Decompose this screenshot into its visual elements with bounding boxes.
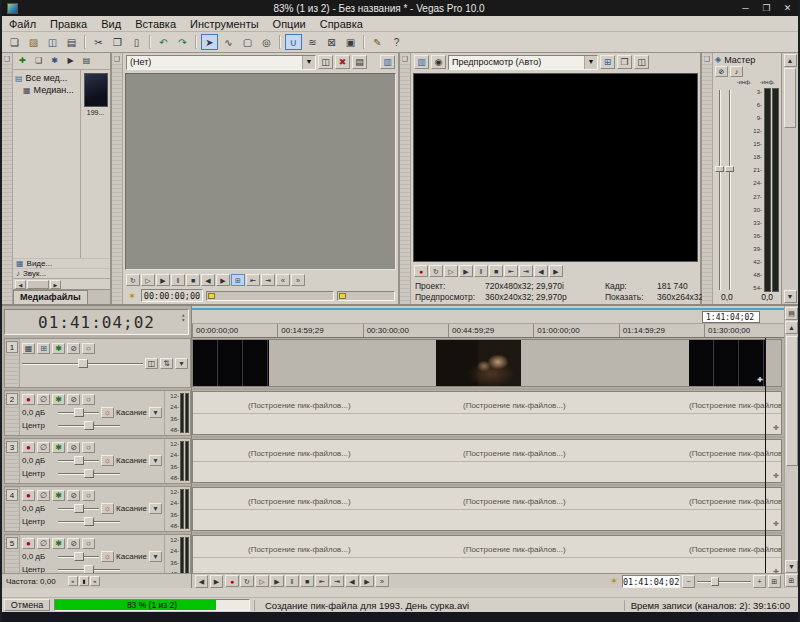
zoom-in-icon[interactable]: + xyxy=(753,575,766,588)
next-frame-button[interactable]: ▶ xyxy=(549,265,563,277)
master-dim-icon[interactable]: ♪ xyxy=(730,66,743,77)
make-parent-icon[interactable]: ⇅ xyxy=(160,358,173,369)
media-thumbnail[interactable] xyxy=(84,73,108,107)
external-monitor-icon[interactable]: ▥ xyxy=(380,55,395,69)
menu-insert[interactable]: Вставка xyxy=(128,17,183,31)
loop-playback-button[interactable]: ↻ xyxy=(429,265,443,277)
trimmer-panel-grip[interactable]: ❑ xyxy=(112,53,123,304)
trimmer-media-select[interactable]: (Нет) ▼ xyxy=(126,55,316,70)
arm-record-icon[interactable]: ● xyxy=(22,538,35,549)
mute-icon[interactable]: ⊘ xyxy=(67,490,80,501)
save-trimmer-media-icon[interactable]: ◫ xyxy=(318,55,333,69)
cut-icon[interactable]: ✂ xyxy=(90,34,107,50)
close-button[interactable]: ✕ xyxy=(777,0,798,16)
scrub-reverse-icon[interactable]: « xyxy=(68,576,78,586)
invert-phase-icon[interactable]: ∅ xyxy=(37,538,50,549)
save-project-icon[interactable]: ◫ xyxy=(44,34,61,50)
go-to-start-button[interactable]: ⇤ xyxy=(246,274,260,286)
cancel-button[interactable]: Отмена xyxy=(4,599,50,611)
playhead-cursor[interactable] xyxy=(765,338,766,573)
next-frame-button[interactable]: ▶ xyxy=(360,575,374,587)
go-to-end-button[interactable]: ⇥ xyxy=(519,265,533,277)
menu-view[interactable]: Вид xyxy=(94,17,128,31)
solo-icon[interactable]: ○ xyxy=(82,343,95,354)
master-panel-grip[interactable]: ❑ xyxy=(702,53,713,304)
track-fx-icon[interactable]: ✱ xyxy=(52,442,65,453)
preview-panel-grip[interactable]: ❑ xyxy=(400,53,411,304)
track-number[interactable]: 2 xyxy=(6,393,18,405)
step-forward-button[interactable]: » xyxy=(291,274,305,286)
pause-button[interactable]: ‖ xyxy=(474,265,488,277)
pan-slider[interactable] xyxy=(58,469,120,478)
media-tree-item-all[interactable]: ▤ Все мед... xyxy=(13,72,80,84)
event-fade-handle[interactable]: ✚ xyxy=(757,376,763,384)
scroll-left-icon[interactable]: ◀ xyxy=(15,280,26,289)
media-properties-icon[interactable]: ▤ xyxy=(352,55,367,69)
import-media-icon[interactable]: ✚ xyxy=(15,54,30,67)
menu-edit[interactable]: Правка xyxy=(43,17,94,31)
fast-forward-button[interactable]: » xyxy=(375,575,389,587)
marker-handle[interactable] xyxy=(339,293,346,299)
audio-event[interactable]: (Построение пик-файлов...) (Построение п… xyxy=(192,487,782,531)
timeline-vscrollbar[interactable]: ▤ ▲ ▼ ⊞ xyxy=(784,306,798,588)
stop-button[interactable]: ■ xyxy=(300,575,314,587)
record-button[interactable]: ● xyxy=(225,575,239,587)
volume-slider[interactable] xyxy=(58,552,99,561)
media-hscrollbar[interactable]: ◀ ▶ xyxy=(13,278,110,289)
master-fader-left[interactable] xyxy=(715,88,724,292)
volume-slider[interactable] xyxy=(58,408,99,417)
arm-record-icon[interactable]: ● xyxy=(22,394,35,405)
track-number[interactable]: 5 xyxy=(6,537,18,549)
slider-knob[interactable] xyxy=(74,456,84,465)
automation-mode-label[interactable]: Касание xyxy=(116,552,147,561)
mute-icon[interactable]: ⊘ xyxy=(67,538,80,549)
snapshot-icon[interactable]: ◉ xyxy=(431,55,446,69)
play-button[interactable]: ▶ xyxy=(459,265,473,277)
slider-knob[interactable] xyxy=(78,359,88,368)
scrub-control[interactable]: « ▮ » xyxy=(68,576,100,586)
multiview-button[interactable]: ⊞ xyxy=(231,274,245,286)
prev-frame-button[interactable]: ◀ xyxy=(345,575,359,587)
loop-playback-button[interactable]: ↻ xyxy=(126,274,140,286)
transport-timecode[interactable]: 01:41:04;02 xyxy=(622,575,680,588)
audio-track-header[interactable]: 2 ● ∅ ✱ ⊘ ○ 0,0 дБ ☼ Ка xyxy=(4,390,191,436)
grid-overlay-icon[interactable]: ⊞ xyxy=(600,55,615,69)
automation-settings-icon[interactable]: ☼ xyxy=(101,551,114,562)
automation-mode-label[interactable]: Касание xyxy=(116,456,147,465)
tab-media-files[interactable]: Медиафайлы xyxy=(13,290,88,304)
automation-settings-icon[interactable]: ☼ xyxy=(101,503,114,514)
scroll-right-icon[interactable]: ▶ xyxy=(50,280,61,289)
video-event[interactable]: ✚ xyxy=(192,339,782,387)
scroll-up-icon[interactable]: ▲ xyxy=(784,54,797,67)
go-to-start-button[interactable]: ⇤ xyxy=(504,265,518,277)
scrollbar-thumb[interactable] xyxy=(786,336,798,466)
slider-knob[interactable] xyxy=(74,504,84,513)
volume-slider[interactable] xyxy=(58,504,99,513)
timeline-scroll-left[interactable]: ◀ xyxy=(195,575,208,588)
audio-stream-row[interactable]: ♪ Звук... xyxy=(13,268,110,278)
time-ruler[interactable]: 00:00:00;0000:14:59;2900:30:00;0000:44:5… xyxy=(192,324,784,338)
audio-track-header[interactable]: 3 ● ∅ ✱ ⊘ ○ 0,0 дБ ☼ Ка xyxy=(4,438,191,484)
arm-record-icon[interactable]: ● xyxy=(22,442,35,453)
undo-icon[interactable]: ↶ xyxy=(155,34,172,50)
event-fade-handle[interactable]: ✚ xyxy=(773,520,779,528)
scroll-up-icon[interactable]: ▲ xyxy=(785,321,798,334)
new-project-icon[interactable]: ❏ xyxy=(6,34,23,50)
chevron-down-icon[interactable]: ▾ xyxy=(149,455,162,466)
scrollbar-thumb[interactable] xyxy=(27,280,49,289)
fader-handle[interactable] xyxy=(725,166,734,172)
slider-knob[interactable] xyxy=(74,408,84,417)
lamp-icon[interactable]: ✶ xyxy=(608,576,620,586)
video-stream-row[interactable]: ▦ Виде... xyxy=(13,258,110,268)
event-fade-handle[interactable]: ✚ xyxy=(773,472,779,480)
slider-knob[interactable] xyxy=(84,421,94,430)
scrub-forward-icon[interactable]: » xyxy=(90,576,100,586)
master-fader-right[interactable] xyxy=(725,88,734,292)
loop-playback-button[interactable]: ↻ xyxy=(240,575,254,587)
vertical-zoom-icon[interactable]: ⊞ xyxy=(785,574,798,587)
video-track-header[interactable]: 1 ▦ ⊞ ✱ ⊘ ○ ◫ ⇅ ▾ xyxy=(4,338,191,388)
automation-mode-label[interactable]: Касание xyxy=(116,504,147,513)
auto-preview-icon[interactable]: ▶ xyxy=(63,54,78,67)
timeline-corner-icon[interactable]: ▤ xyxy=(785,307,798,320)
scroll-down-icon[interactable]: ▼ xyxy=(785,560,798,573)
